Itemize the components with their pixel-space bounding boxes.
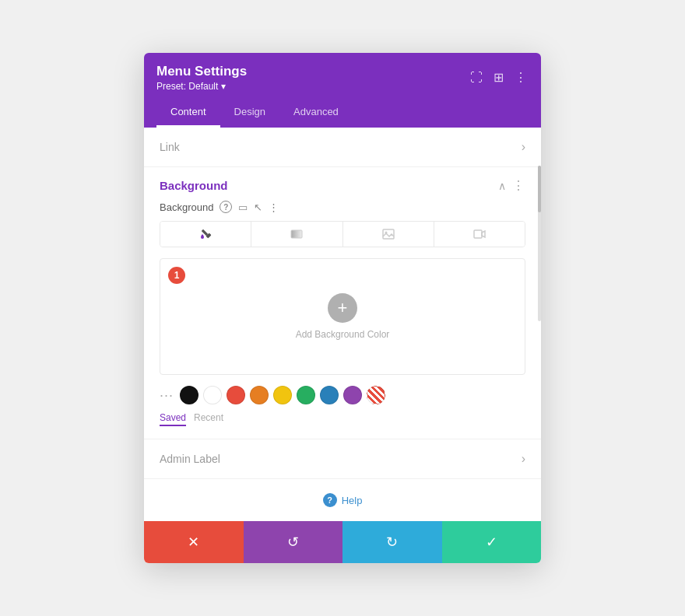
bg-type-video[interactable] bbox=[434, 222, 525, 247]
saved-recent-tabs: Saved Recent bbox=[160, 412, 525, 426]
bg-collapse-icon[interactable]: ∧ bbox=[498, 180, 506, 192]
scroll-thumb[interactable] bbox=[538, 166, 541, 212]
bg-help-icon[interactable]: ? bbox=[220, 201, 232, 213]
panel-preset[interactable]: Preset: Default ▾ bbox=[156, 81, 247, 92]
main-tabs: Content Design Advanced bbox=[156, 98, 529, 128]
save-button[interactable]: ✓ bbox=[442, 521, 542, 563]
swatch-purple[interactable] bbox=[343, 386, 362, 404]
scroll-track bbox=[538, 166, 541, 321]
header-title-group: Menu Settings Preset: Default ▾ bbox=[156, 64, 247, 92]
bg-type-gradient[interactable] bbox=[251, 222, 342, 247]
fullscreen-icon[interactable]: ⛶ bbox=[469, 70, 484, 86]
panel-footer: ✕ ↺ ↻ ✓ bbox=[144, 521, 541, 563]
add-color-plus-icon: + bbox=[338, 298, 348, 318]
cancel-icon: ✕ bbox=[188, 534, 199, 551]
more-options-icon[interactable]: ⋮ bbox=[513, 70, 529, 86]
bg-color-area: 1 + Add Background Color bbox=[160, 258, 525, 375]
undo-icon: ↺ bbox=[287, 534, 299, 551]
save-icon: ✓ bbox=[486, 534, 497, 551]
help-row: ? Help bbox=[144, 479, 541, 521]
bg-type-tabs bbox=[160, 221, 525, 247]
help-circle-icon: ? bbox=[323, 493, 337, 507]
bg-section-header: Background ∧ ⋮ bbox=[160, 167, 525, 201]
layer-badge: 1 bbox=[168, 267, 185, 284]
admin-chevron-icon: › bbox=[522, 452, 525, 466]
cancel-button[interactable]: ✕ bbox=[144, 521, 244, 563]
gradient-icon bbox=[290, 228, 303, 240]
tab-advanced[interactable]: Advanced bbox=[279, 98, 353, 128]
link-chevron-icon: › bbox=[522, 140, 525, 154]
bg-type-image[interactable] bbox=[343, 222, 434, 247]
bg-toolbar: Background ? ▭ ↖ ⋮ bbox=[160, 201, 525, 213]
bg-cursor-icon[interactable]: ↖ bbox=[254, 201, 262, 213]
tab-saved[interactable]: Saved bbox=[160, 412, 186, 426]
swatch-green[interactable] bbox=[297, 386, 315, 404]
redo-button[interactable]: ↻ bbox=[342, 521, 442, 563]
settings-panel: Menu Settings Preset: Default ▾ ⛶ ⊞ ⋮ Co… bbox=[144, 53, 541, 563]
help-link[interactable]: Help bbox=[342, 495, 363, 506]
header-top: Menu Settings Preset: Default ▾ ⛶ ⊞ ⋮ bbox=[156, 64, 529, 92]
swatch-black[interactable] bbox=[180, 386, 198, 404]
bg-type-color[interactable] bbox=[160, 222, 251, 247]
color-fill-icon bbox=[199, 228, 212, 240]
redo-icon: ↻ bbox=[386, 534, 398, 551]
more-swatches-icon[interactable]: ··· bbox=[160, 387, 174, 404]
bg-section-header-right: ∧ ⋮ bbox=[498, 178, 525, 193]
columns-icon[interactable]: ⊞ bbox=[492, 70, 505, 86]
link-label: Link bbox=[160, 141, 180, 153]
image-icon bbox=[382, 228, 395, 240]
swatch-yellow[interactable] bbox=[273, 386, 292, 404]
panel-title: Menu Settings bbox=[156, 64, 247, 79]
link-section-row[interactable]: Link › bbox=[144, 128, 541, 167]
swatch-white[interactable] bbox=[203, 386, 222, 404]
video-icon bbox=[473, 228, 486, 240]
add-color-button[interactable]: + bbox=[328, 293, 357, 323]
panel-header: Menu Settings Preset: Default ▾ ⛶ ⊞ ⋮ Co… bbox=[144, 53, 541, 128]
bg-toolbar-label: Background bbox=[160, 201, 213, 213]
panel-body: Link › Background ∧ ⋮ Background ? ▭ ↖ ⋮ bbox=[144, 128, 541, 521]
bg-section-title: Background bbox=[160, 179, 228, 192]
color-swatches-row: ··· bbox=[160, 386, 525, 404]
header-icons: ⛶ ⊞ ⋮ bbox=[469, 70, 529, 86]
add-color-label: Add Background Color bbox=[296, 329, 390, 340]
swatch-blue[interactable] bbox=[320, 386, 339, 404]
swatch-striped[interactable] bbox=[367, 386, 385, 404]
svg-rect-5 bbox=[474, 230, 482, 238]
tab-content[interactable]: Content bbox=[156, 98, 220, 128]
tab-recent[interactable]: Recent bbox=[194, 412, 223, 426]
admin-label: Admin Label bbox=[160, 453, 220, 465]
bg-phone-icon[interactable]: ▭ bbox=[238, 201, 248, 213]
swatch-orange[interactable] bbox=[250, 386, 269, 404]
swatch-red[interactable] bbox=[227, 386, 245, 404]
bg-more-icon[interactable]: ⋮ bbox=[512, 178, 525, 193]
background-section: Background ∧ ⋮ Background ? ▭ ↖ ⋮ bbox=[144, 167, 541, 439]
tab-design[interactable]: Design bbox=[220, 98, 279, 128]
admin-label-row[interactable]: Admin Label › bbox=[144, 439, 541, 479]
bg-options-icon[interactable]: ⋮ bbox=[269, 201, 279, 213]
undo-button[interactable]: ↺ bbox=[244, 521, 343, 563]
